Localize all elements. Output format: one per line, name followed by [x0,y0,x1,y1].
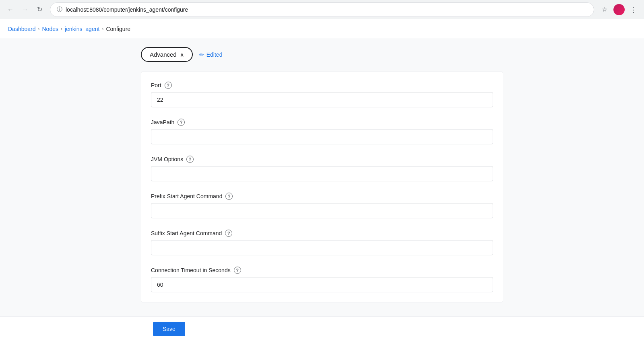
reload-button[interactable]: ↻ [34,4,45,15]
connection-timeout-input[interactable] [151,277,493,292]
connection-timeout-label: Connection Timeout in Seconds [151,267,231,273]
profile-avatar[interactable] [613,4,625,15]
suffix-command-label-container: Suffix Start Agent Command ? [151,230,493,237]
lock-icon: ⓘ [57,6,62,13]
suffix-command-input[interactable] [151,240,493,255]
jvm-options-label-container: JVM Options ? [151,156,493,163]
edited-badge[interactable]: ✏ Edited [199,51,223,58]
jvm-options-help-icon[interactable]: ? [186,156,194,163]
browser-nav: ← → ↻ [5,4,45,15]
advanced-label: Advanced [150,51,177,58]
address-bar[interactable]: ⓘ localhost:8080/computer/jenkins_agent/… [50,2,594,17]
content-panel: Advanced ∧ ✏ Edited Port ? [125,47,519,302]
prefix-command-label: Prefix Start Agent Command [151,193,222,199]
jvm-options-input[interactable] [151,166,493,181]
bookmark-button[interactable]: ☆ [599,4,610,15]
breadcrumb-sep-2: › [61,26,62,32]
javapath-help-icon[interactable]: ? [178,119,185,126]
save-bar: Save [0,316,644,341]
form-section: Port ? JavaPath ? JVM Options [141,72,503,302]
port-group: Port ? [151,82,493,107]
save-button[interactable]: Save [153,322,185,336]
browser-actions: ☆ ⋮ [599,4,639,15]
connection-timeout-label-container: Connection Timeout in Seconds ? [151,267,493,274]
suffix-command-help-icon[interactable]: ? [225,230,232,237]
page: Dashboard › Nodes › jenkins_agent › Conf… [0,19,644,341]
port-label-container: Port ? [151,82,493,89]
javapath-group: JavaPath ? [151,119,493,144]
menu-button[interactable]: ⋮ [628,4,639,15]
forward-button[interactable]: → [19,4,31,15]
breadcrumb-dashboard[interactable]: Dashboard [8,26,36,32]
url-display: localhost:8080/computer/jenkins_agent/co… [66,6,587,13]
prefix-command-group: Prefix Start Agent Command ? [151,193,493,218]
port-label: Port [151,82,161,88]
breadcrumb-configure: Configure [106,26,130,32]
javapath-label: JavaPath [151,119,174,125]
chevron-up-icon: ∧ [180,51,184,58]
suffix-command-group: Suffix Start Agent Command ? [151,230,493,255]
javapath-label-container: JavaPath ? [151,119,493,126]
pencil-icon: ✏ [199,51,204,58]
breadcrumb-nodes[interactable]: Nodes [42,26,58,32]
edited-label: Edited [206,51,223,58]
jvm-options-label: JVM Options [151,156,183,162]
port-help-icon[interactable]: ? [165,82,172,89]
main-content: Advanced ∧ ✏ Edited Port ? [0,39,644,335]
prefix-command-input[interactable] [151,203,493,218]
breadcrumb-sep-3: › [102,26,103,32]
connection-timeout-help-icon[interactable]: ? [234,267,241,274]
suffix-command-label: Suffix Start Agent Command [151,230,222,236]
browser-chrome: ← → ↻ ⓘ localhost:8080/computer/jenkins_… [0,0,644,19]
jvm-options-group: JVM Options ? [151,156,493,181]
breadcrumb-jenkins-agent[interactable]: jenkins_agent [65,26,99,32]
breadcrumb-sep-1: › [38,26,40,32]
connection-timeout-group: Connection Timeout in Seconds ? [151,267,493,292]
advanced-button[interactable]: Advanced ∧ [141,47,193,62]
prefix-command-help-icon[interactable]: ? [225,193,233,200]
breadcrumb: Dashboard › Nodes › jenkins_agent › Conf… [0,19,644,39]
section-header: Advanced ∧ ✏ Edited [133,47,511,62]
back-button[interactable]: ← [5,4,16,15]
prefix-command-label-container: Prefix Start Agent Command ? [151,193,493,200]
port-input[interactable] [151,92,493,107]
javapath-input[interactable] [151,129,493,144]
